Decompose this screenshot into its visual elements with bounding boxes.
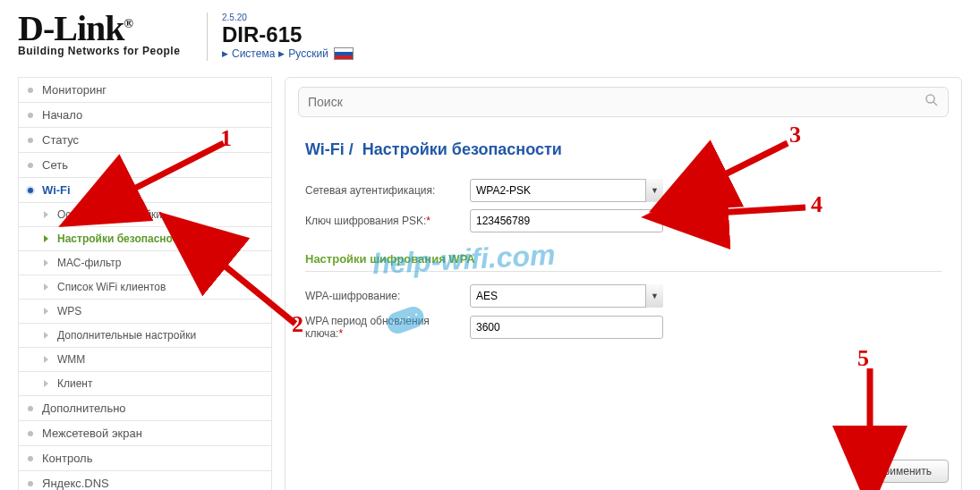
sidebar-item-label: Контроль: [42, 452, 92, 465]
firmware-version: 2.5.20: [222, 13, 354, 22]
rekey-label: WPA период обновления ключа:*: [305, 315, 470, 340]
bullet-icon: [28, 138, 33, 143]
breadcrumb: ▶ Система ▶ Русский: [222, 47, 354, 60]
chevron-right-icon: [44, 308, 48, 315]
sidebar-item-advanced[interactable]: Дополнительно: [18, 396, 272, 421]
sidebar-sub-wps[interactable]: WPS: [18, 300, 272, 324]
divider: [207, 13, 208, 61]
bullet-icon: [28, 431, 33, 436]
sidebar-item-monitoring[interactable]: Мониторинг: [18, 77, 272, 103]
bullet-icon: [28, 163, 33, 168]
chevron-right-icon: [44, 259, 48, 266]
sidebar-sub-advanced[interactable]: Дополнительные настройки: [18, 324, 272, 348]
flag-ru-icon[interactable]: [334, 47, 354, 60]
bullet-icon: [28, 456, 33, 461]
sidebar-item-label: Основные настройки: [57, 208, 162, 221]
sidebar-item-label: Статус: [42, 133, 79, 147]
sidebar-item-label: WPS: [57, 305, 81, 317]
registered-mark: ®: [124, 17, 132, 30]
sidebar-item-control[interactable]: Контроль: [18, 446, 272, 471]
chevron-right-icon: [44, 283, 48, 291]
rekey-input[interactable]: [470, 316, 663, 339]
sidebar-item-label: Настройки безопасности: [57, 232, 191, 245]
brand-name: D-Link: [18, 8, 124, 48]
psk-label: Ключ шифрования PSK:*: [305, 215, 470, 227]
sidebar-item-yandexdns[interactable]: Яндекс.DNS: [18, 471, 272, 490]
sidebar-item-wifi[interactable]: Wi-Fi: [18, 178, 272, 203]
sidebar-sub-clients[interactable]: Список WiFi клиентов: [18, 275, 272, 300]
psk-input[interactable]: [470, 209, 663, 232]
content-panel: Wi-Fi / Настройки безопасности Сетевая а…: [285, 77, 962, 490]
sidebar-sub-security[interactable]: Настройки безопасности: [18, 227, 272, 251]
bullet-icon: [28, 406, 33, 411]
sidebar-item-label: Список WiFi клиентов: [57, 281, 166, 293]
chevron-right-icon: ▶: [278, 49, 285, 58]
sidebar-item-label: Клиент: [57, 377, 93, 390]
bullet-icon: [28, 481, 33, 486]
breadcrumb-system[interactable]: Система: [232, 47, 275, 60]
auth-label: Сетевая аутентификация:: [305, 184, 470, 197]
sidebar-item-label: Сеть: [42, 158, 68, 172]
chevron-right-icon: [44, 211, 48, 218]
model-name: DIR-615: [222, 24, 354, 46]
sidebar-item-firewall[interactable]: Межсетевой экран: [18, 421, 272, 446]
sidebar-sub-basic[interactable]: Основные настройки: [18, 203, 272, 227]
sidebar-item-label: Дополнительные настройки: [57, 329, 196, 342]
sidebar: Мониторинг Начало Статус Сеть Wi-Fi Осно…: [18, 77, 272, 490]
sidebar-item-label: МАС-фильтр: [57, 257, 121, 269]
search-box[interactable]: [298, 87, 949, 117]
chevron-right-icon: [44, 380, 48, 387]
title-block: 2.5.20 DIR-615 ▶ Система ▶ Русский: [222, 13, 354, 60]
sidebar-sub-wmm[interactable]: WMM: [18, 348, 272, 372]
chevron-right-icon: ▶: [222, 49, 228, 58]
cipher-select[interactable]: AES: [470, 284, 663, 308]
sidebar-item-label: Межсетевой экран: [42, 427, 142, 440]
sidebar-item-label: Начало: [42, 108, 82, 122]
chevron-right-icon: [44, 235, 48, 242]
svg-line-1: [933, 102, 937, 106]
bullet-icon: [28, 88, 33, 93]
logo: D-Link® Building Networks for People: [18, 13, 192, 57]
search-input[interactable]: [308, 95, 925, 109]
cipher-label: WPA-шифрование:: [305, 290, 470, 302]
sidebar-item-start[interactable]: Начало: [18, 103, 272, 128]
chevron-right-icon: [44, 356, 48, 363]
sidebar-item-network[interactable]: Сеть: [18, 153, 272, 178]
chevron-right-icon: [44, 332, 48, 339]
svg-point-0: [926, 95, 934, 103]
sidebar-item-label: Мониторинг: [42, 83, 107, 97]
sidebar-item-status[interactable]: Статус: [18, 128, 272, 153]
sidebar-item-label: Яндекс.DNS: [42, 477, 109, 490]
header: D-Link® Building Networks for People 2.5…: [18, 13, 962, 61]
auth-select[interactable]: WPA2-PSK: [470, 179, 663, 202]
sidebar-item-label: Дополнительно: [42, 401, 126, 415]
apply-button[interactable]: Применить: [859, 460, 949, 483]
breadcrumb-language[interactable]: Русский: [288, 47, 328, 60]
bullet-icon: [28, 113, 33, 118]
sidebar-item-label: WMM: [57, 353, 85, 366]
search-icon[interactable]: [925, 93, 939, 111]
sidebar-item-label: Wi-Fi: [42, 183, 71, 197]
bullet-icon: [28, 188, 33, 193]
sidebar-sub-client[interactable]: Клиент: [18, 372, 272, 396]
wpa-section-title: Настройки шифрования WPA: [305, 252, 942, 272]
page-title: Wi-Fi / Настройки безопасности: [305, 140, 949, 159]
sidebar-sub-macfilter[interactable]: МАС-фильтр: [18, 251, 272, 275]
